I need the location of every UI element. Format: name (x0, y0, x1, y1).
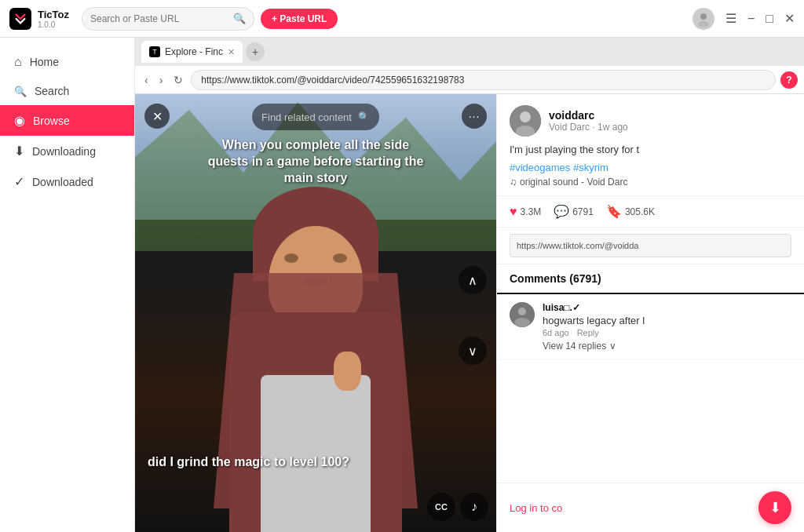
bookmark-icon: 🔖 (606, 204, 622, 219)
bookmarks-count: 305.6K (625, 206, 655, 217)
download-icon: ⬇ (769, 499, 781, 516)
sidebar-item-browse[interactable]: ◉ Browse (0, 105, 134, 136)
back-button[interactable]: ‹ (141, 72, 152, 88)
view-replies-button[interactable]: View 14 replies ∨ (543, 341, 791, 352)
sound-button[interactable]: ♪ (460, 493, 488, 521)
video-close-button[interactable]: ✕ (144, 104, 170, 129)
creator-info: voiddarc Void Darc · 1w ago I'm just pla… (497, 94, 804, 196)
app-logo (9, 8, 31, 30)
find-related-label: Find related content (261, 111, 352, 123)
sidebar-item-downloading[interactable]: ⬇ Downloading (0, 136, 134, 166)
comments-header: Comments (6791) (497, 264, 804, 294)
title-search-bar[interactable]: 🔍 (82, 7, 254, 31)
comment-content: luisa□.✓ hogwarts legacy after l 6d ago … (543, 302, 791, 352)
comment-username: luisa□.✓ (543, 302, 791, 313)
browser-area: T Explore - Finc ✕ + ‹ › ↻ ? (135, 38, 804, 532)
login-bar: Log in to co ⬇ (497, 483, 804, 532)
heart-icon: ♥ (510, 205, 517, 219)
forward-button[interactable]: › (156, 72, 166, 88)
svg-point-3 (520, 111, 531, 122)
stat-likes: ♥ 3.3M (510, 205, 541, 219)
find-related-icon: 🔍 (358, 111, 370, 122)
more-icon: ··· (469, 110, 481, 122)
creator-hashtags[interactable]: #videogames #skyrim (510, 162, 791, 173)
video-panel: ✕ Find related content 🔍 ··· When you co… (135, 94, 496, 532)
menu-button[interactable]: ☰ (725, 11, 736, 26)
login-text[interactable]: Log in to co (510, 502, 562, 514)
downloaded-icon: ✓ (14, 174, 24, 189)
cc-button[interactable]: CC (427, 493, 455, 521)
title-bar: TicToz 1.0.0 🔍 + Paste URL ☰ − □ ✕ (0, 0, 804, 38)
search-icon: 🔍 (233, 13, 246, 24)
creator-details: voiddarc Void Darc · 1w ago (549, 109, 628, 133)
creator-description: I'm just playing the story for t (510, 143, 791, 157)
title-search-input[interactable] (90, 13, 228, 24)
minimize-button[interactable]: − (747, 12, 755, 26)
sidebar-item-downloading-label: Downloading (32, 145, 96, 158)
close-button[interactable]: ✕ (784, 11, 795, 26)
maximize-button[interactable]: □ (766, 12, 773, 26)
comments-count: 6791 (572, 206, 594, 217)
creator-handle: Void Darc · 1w ago (549, 122, 628, 133)
close-tab-icon[interactable]: ✕ (228, 47, 235, 57)
nav-up-icon: ∧ (468, 273, 477, 288)
content-area: ✕ Find related content 🔍 ··· When you co… (135, 94, 804, 532)
address-bar: ‹ › ↻ ? (135, 66, 804, 94)
comment-avatar (510, 302, 535, 327)
comment-meta: 6d ago Reply (543, 328, 791, 337)
download-button[interactable]: ⬇ (758, 491, 791, 524)
paste-url-button[interactable]: + Paste URL (261, 9, 338, 29)
svg-point-0 (700, 13, 707, 20)
comment-item: luisa□.✓ hogwarts legacy after l 6d ago … (497, 294, 804, 360)
new-tab-button[interactable]: + (246, 42, 265, 61)
video-nav-up-button[interactable]: ∧ (459, 266, 487, 294)
stat-comments: 💬 6791 (554, 204, 594, 219)
sidebar-item-search[interactable]: 🔍 Search (0, 77, 134, 105)
person-shirt (261, 375, 371, 532)
nav-down-icon: ∨ (468, 344, 477, 359)
sidebar-item-home-label: Home (30, 56, 59, 68)
chevron-down-icon: ∨ (609, 341, 616, 352)
avatar[interactable] (693, 8, 714, 30)
app-version: 1.0.0 (38, 20, 69, 29)
comments-section: Comments (6791) luisa□.✓ hogwarts legacy (497, 264, 804, 483)
window-controls: ☰ − □ ✕ (693, 8, 795, 30)
comment-text: hogwarts legacy after l (543, 315, 791, 326)
creator-sound: ♫ original sound - Void Darc (510, 177, 791, 188)
sound-icon: ♪ (471, 500, 477, 514)
find-related-bar[interactable]: Find related content 🔍 (252, 104, 379, 130)
comment-reply-button[interactable]: Reply (577, 328, 599, 337)
sidebar-item-browse-label: Browse (33, 115, 70, 127)
home-icon: ⌂ (14, 55, 22, 69)
tab-bar: T Explore - Finc ✕ + (135, 38, 804, 66)
refresh-button[interactable]: ↻ (170, 72, 186, 88)
note-icon: ♫ (510, 177, 517, 188)
help-button[interactable]: ? (780, 71, 798, 89)
stat-bookmarks: 🔖 305.6K (606, 204, 655, 219)
creator-name: voiddarc (549, 109, 628, 122)
search-icon: 🔍 (14, 86, 27, 97)
sidebar-item-downloaded[interactable]: ✓ Downloaded (0, 166, 134, 197)
tab-favicon: T (149, 46, 160, 57)
creator-row: voiddarc Void Darc · 1w ago (510, 105, 791, 137)
comment-icon: 💬 (554, 204, 569, 219)
likes-count: 3.3M (521, 206, 542, 217)
person-hand (334, 352, 361, 391)
main-layout: ⌂ Home 🔍 Search ◉ Browse ⬇ Downloading ✓… (0, 38, 804, 532)
video-nav-down-button[interactable]: ∨ (459, 337, 487, 365)
sidebar-item-home[interactable]: ⌂ Home (0, 47, 134, 77)
comment-time: 6d ago (543, 328, 569, 337)
svg-point-1 (698, 21, 709, 27)
sidebar: ⌂ Home 🔍 Search ◉ Browse ⬇ Downloading ✓… (0, 38, 135, 532)
browser-tab[interactable]: T Explore - Finc ✕ (141, 41, 243, 63)
app-name: TicToz (38, 9, 69, 20)
url-share-row (497, 228, 804, 264)
svg-point-6 (518, 308, 526, 315)
url-input[interactable] (191, 70, 776, 90)
tab-label: Explore - Finc (165, 46, 223, 57)
video-caption-top: When you complete all the side quests in… (206, 137, 426, 186)
more-options-button[interactable]: ··· (462, 104, 487, 129)
sidebar-item-downloaded-label: Downloaded (32, 176, 93, 188)
app-name-version: TicToz 1.0.0 (38, 9, 69, 29)
share-url-input[interactable] (510, 234, 791, 257)
